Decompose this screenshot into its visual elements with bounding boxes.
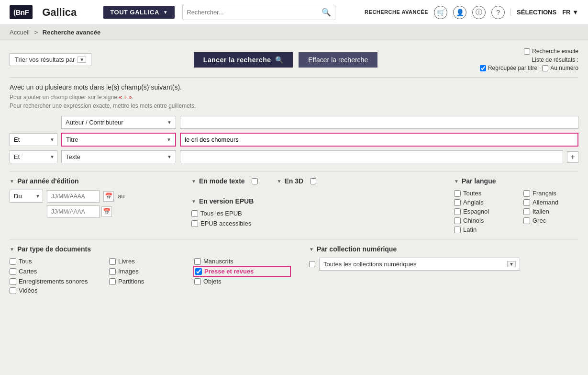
lang-latin[interactable]: Latin [454,226,509,233]
field-type-2[interactable]: Texte ▼ [61,150,176,163]
lang-anglais-checkbox[interactable] [454,199,461,206]
field-value-1[interactable] [180,133,578,147]
connector-select-1[interactable]: Et Ou Sauf ▼ [10,133,57,146]
doc-enregistrements[interactable]: Enregistrements sonores [10,278,105,285]
doc-objets[interactable]: Objets [194,278,290,285]
lang-espagnol-checkbox[interactable] [454,208,461,215]
tous-epub-label[interactable]: Tous les EPUB [191,210,454,217]
epub-options: Tous les EPUB EPUB accessibles [191,210,454,227]
tous-epub-checkbox[interactable] [191,210,198,217]
doc-presse-revues[interactable]: Presse et revues [194,267,290,276]
date-to-input[interactable] [47,205,100,218]
lang-anglais[interactable]: Anglais [454,199,509,206]
doc-images-checkbox[interactable] [109,268,116,275]
doc-tous-checkbox[interactable] [10,258,16,265]
recherche-exacte-label[interactable]: Recherche exacte [480,48,578,55]
doc-manuscrits[interactable]: Manuscrits [194,258,290,265]
lang-grec-checkbox[interactable] [523,217,530,224]
info-icon[interactable]: ⓘ [472,6,486,19]
epub-accessibles-checkbox[interactable] [191,220,198,227]
calendar-to-icon[interactable]: 📅 [101,206,112,217]
lang-allemand-checkbox[interactable] [523,199,530,206]
connector-select-2[interactable]: Et Ou Sauf ▼ [10,150,57,163]
lang-selector[interactable]: FR ▼ [562,9,578,16]
epub-filter: ▼ En version EPUB Tous les EPUB EPUB acc… [191,197,454,227]
connector-dropdown-1[interactable]: Et Ou Sauf [10,133,57,146]
gallica-logo: Gallica [42,6,77,19]
regroupee-titre-checkbox[interactable] [480,65,486,71]
nav-tout-gallica[interactable]: TOUT GALLICA ▼ [103,6,175,19]
field-value-2[interactable] [180,150,563,163]
field-value-0[interactable] [180,116,578,129]
doc-partitions-checkbox[interactable] [109,278,116,285]
doc-types-section: ▼ Par type de documents Tous Livres Manu… [10,245,290,294]
lang-toutes[interactable]: Toutes [454,190,509,197]
field-type-0[interactable]: Auteur / Contributeur ▼ [61,116,176,129]
collection-dropdown[interactable]: Toutes les collections numériques ▼ [319,258,520,271]
mode-texte-checkbox[interactable] [252,178,258,184]
nav-arrow-icon: ▼ [163,10,168,15]
field-type-1[interactable]: Titre ▼ [61,133,176,147]
add-field-link[interactable]: « + » [119,94,132,101]
lang-toutes-checkbox[interactable] [454,190,461,197]
lang-chinois-checkbox[interactable] [454,217,461,224]
lang-francais-checkbox[interactable] [523,190,530,197]
lang-francais[interactable]: Français [523,190,578,197]
doc-videos[interactable]: Vidéos [10,287,105,294]
lang-latin-checkbox[interactable] [454,227,461,233]
du-dropdown[interactable]: Du [10,190,43,203]
doc-partitions[interactable]: Partitions [109,278,190,285]
main-search-bar: 🔍 [182,5,335,20]
en-3d-arrow: ▼ [277,179,282,184]
regroupee-titre-label[interactable]: Regroupée par titre [480,65,537,71]
lang-italien-checkbox[interactable] [523,208,530,215]
doc-manuscrits-checkbox[interactable] [194,258,201,265]
header: (BnF Gallica TOUT GALLICA ▼ 🔍 RECHERCHE … [0,0,588,25]
collection-arrow: ▼ [309,247,314,252]
lang-allemand-text: Allemand [533,199,558,206]
doc-livres[interactable]: Livres [109,258,190,265]
lang-anglais-text: Anglais [463,199,484,206]
add-field-button[interactable]: + [567,151,578,163]
lang-allemand[interactable]: Allemand [523,199,578,206]
field-row-2: Et Ou Sauf ▼ Texte ▼ + [10,150,578,163]
help-icon[interactable]: ? [491,6,505,19]
connector-dropdown-2[interactable]: Et Ou Sauf [10,150,57,163]
cart-icon[interactable]: 🛒 [434,6,447,19]
selections-link[interactable]: SÉLECTIONS [510,9,556,16]
main-search-input[interactable] [187,9,322,16]
au-numero-checkbox[interactable] [542,65,548,71]
en-3d-checkbox[interactable] [310,178,316,184]
doc-objets-checkbox[interactable] [194,278,201,285]
user-icon[interactable]: 👤 [453,6,466,19]
du-select[interactable]: Du ▼ [10,190,43,203]
epub-accessibles-label[interactable]: EPUB accessibles [191,220,454,227]
au-numero-label[interactable]: Au numéro [542,65,578,71]
breadcrumb-home[interactable]: Accueil [10,29,30,36]
lang-italien[interactable]: Italien [523,208,578,215]
middle-filters: ▼ En mode texte ▼ En 3D ▼ En versio [182,177,454,227]
recherche-avancee-link[interactable]: RECHERCHE AVANCÉE [365,9,428,15]
collection-checkbox[interactable] [309,261,315,267]
doc-livres-checkbox[interactable] [109,258,116,265]
doc-enregistrements-checkbox[interactable] [10,278,16,285]
nav-label: TOUT GALLICA [110,9,159,16]
lang-espagnol[interactable]: Espagnol [454,208,509,215]
lang-chinois[interactable]: Chinois [454,217,509,224]
sort-dropdown[interactable]: Trier vos résultats par ▼ [10,53,91,66]
doc-tous[interactable]: Tous [10,258,105,265]
recherche-exacte-checkbox[interactable] [524,48,530,55]
lang-grec[interactable]: Grec [523,217,578,224]
doc-cartes-checkbox[interactable] [10,268,16,275]
doc-videos-text: Vidéos [19,287,38,294]
connector-row-1: Et Ou Sauf ▼ [10,133,57,146]
main-search-button[interactable]: 🔍 [322,8,331,17]
calendar-from-icon[interactable]: 📅 [103,191,114,202]
doc-images[interactable]: Images [109,267,190,276]
launch-search-button[interactable]: Lancer la recherche 🔍 [194,52,293,68]
clear-search-button[interactable]: Effacer la recherche [299,52,377,68]
date-from-input[interactable] [47,190,100,203]
doc-cartes[interactable]: Cartes [10,267,105,276]
doc-videos-checkbox[interactable] [10,287,16,294]
doc-presse-checkbox[interactable] [195,268,202,275]
